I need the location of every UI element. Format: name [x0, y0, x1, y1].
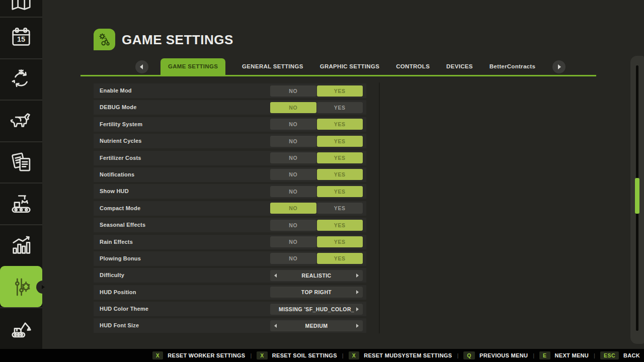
key-badge: Q	[463, 351, 475, 359]
setting-label: DEBUG Mode	[100, 100, 137, 115]
selector-next-button[interactable]	[356, 324, 359, 328]
yes-no-toggle: NOYES	[270, 220, 363, 231]
toggle-no-button[interactable]: NO	[270, 220, 316, 231]
action-label: BACK	[623, 352, 640, 358]
gear-tractor-icon	[96, 31, 113, 48]
sidebar-item-settings[interactable]	[0, 266, 42, 308]
tab-bettercontracts[interactable]: BetterContracts	[490, 58, 535, 75]
toggle-no-button[interactable]: NO	[270, 253, 316, 264]
selector-prev-button[interactable]	[274, 324, 277, 328]
tab-controls[interactable]: CONTROLS	[396, 58, 430, 75]
sidebar-item-construction[interactable]	[0, 307, 42, 349]
mod-settings-app-icon	[94, 29, 115, 50]
toggle-no-button[interactable]: NO	[270, 236, 316, 247]
bottom-bar: XRESET WORKER SETTINGS|XRESET SOIL SETTI…	[0, 349, 644, 362]
tab-graphic-settings[interactable]: GRAPHIC SETTINGS	[320, 58, 380, 75]
selector-next-button[interactable]	[356, 307, 359, 311]
toggle-yes-button[interactable]: YES	[317, 253, 363, 264]
toggle-yes-button[interactable]: YES	[317, 85, 363, 97]
toggle-control: NOYES	[270, 136, 363, 147]
option-selector[interactable]: REALISTIC	[270, 270, 363, 281]
setting-label: HUD Color Theme	[100, 302, 148, 316]
toggle-control: NOYES	[270, 102, 363, 113]
selector-value: MEDIUM	[305, 323, 328, 329]
setting-label: Notifications	[100, 167, 134, 182]
action-reset-worker-settings[interactable]: XRESET WORKER SETTINGS	[152, 351, 246, 359]
toggle-yes-button[interactable]: YES	[317, 236, 363, 247]
settings-list: Enable ModNOYESDEBUG ModeNOYESFertility …	[94, 83, 366, 335]
action-label: RESET SOIL SETTINGS	[272, 352, 337, 358]
sidebar: 15	[0, 0, 42, 349]
toggle-no-button[interactable]: NO	[270, 152, 316, 163]
setting-label: Fertility System	[100, 117, 142, 132]
key-badge: ESC	[600, 351, 619, 359]
option-selector[interactable]: MISSING 'SF_HUD_COLOR_1' L...	[270, 304, 363, 315]
action-reset-mudsystem-settings[interactable]: XRESET MUDSYSTEM SETTINGS	[349, 351, 452, 359]
tabs-scroll-right-button[interactable]	[552, 60, 566, 73]
toggle-no-button[interactable]: NO	[270, 119, 316, 130]
toggle-no-button[interactable]: NO	[270, 186, 316, 197]
sidebar-item-calendar[interactable]: 15	[0, 17, 42, 58]
selector-next-button[interactable]	[356, 290, 359, 294]
toggle-control: NOYES	[270, 203, 363, 214]
sidebar-item-production[interactable]	[0, 183, 42, 224]
toggle-control: NOYES	[270, 253, 363, 264]
settings-row: HUD Font SizeMEDIUM	[94, 318, 366, 333]
toggle-no-button[interactable]: NO	[270, 136, 316, 147]
toggle-yes-button[interactable]: YES	[317, 136, 363, 147]
scrollbar-thumb[interactable]	[635, 178, 639, 214]
yes-no-toggle: NOYES	[270, 169, 363, 180]
sidebar-item-animals[interactable]	[0, 100, 42, 141]
separator: |	[342, 352, 344, 358]
toggle-no-button[interactable]: NO	[270, 169, 316, 180]
settings-row: Plowing BonusNOYES	[94, 251, 366, 266]
action-back[interactable]: ESCBACK	[600, 351, 640, 359]
action-next-menu[interactable]: ENEXT MENU	[539, 351, 589, 359]
tabs: GAME SETTINGSGENERAL SETTINGSGRAPHIC SET…	[160, 58, 535, 75]
scrollbar[interactable]	[630, 56, 644, 344]
sidebar-item-map[interactable]	[0, 0, 42, 17]
toggle-no-button[interactable]: NO	[270, 102, 316, 113]
option-selector[interactable]: MEDIUM	[270, 320, 363, 331]
toggle-yes-button[interactable]: YES	[317, 203, 363, 214]
tab-devices[interactable]: DEVICES	[446, 58, 473, 75]
toggle-yes-button[interactable]: YES	[317, 152, 363, 163]
toggle-yes-button[interactable]: YES	[317, 220, 363, 231]
tab-general-settings[interactable]: GENERAL SETTINGS	[242, 58, 303, 75]
selector-next-button[interactable]	[356, 274, 359, 278]
tabs-scroll-left-button[interactable]	[135, 60, 148, 73]
calendar-icon: 15	[10, 26, 33, 49]
key-badge: X	[349, 351, 360, 359]
settings-row: DEBUG ModeNOYES	[94, 100, 366, 115]
yes-no-toggle: NOYES	[270, 186, 363, 197]
tab-game-settings[interactable]: GAME SETTINGS	[160, 58, 225, 75]
toggle-yes-button[interactable]: YES	[317, 102, 363, 113]
toggle-no-button[interactable]: NO	[270, 203, 316, 214]
setting-label: Compact Mode	[100, 201, 140, 216]
toggle-control: NOYES	[270, 220, 363, 231]
option-selector[interactable]: TOP RIGHT	[270, 287, 363, 298]
action-label: PREVIOUS MENU	[479, 352, 528, 358]
sidebar-item-statistics[interactable]	[0, 224, 42, 266]
sidebar-item-contracts[interactable]	[0, 141, 42, 183]
selector-prev-button[interactable]	[274, 274, 277, 278]
sidebar-item-crop-rotation[interactable]	[0, 58, 42, 100]
setting-label: HUD Font Size	[100, 318, 139, 333]
key-badge: E	[539, 351, 550, 359]
toggle-no-button[interactable]: NO	[270, 85, 316, 97]
selector-value: REALISTIC	[301, 273, 331, 279]
action-previous-menu[interactable]: QPREVIOUS MENU	[463, 351, 528, 359]
right-arrow-icon	[558, 64, 561, 69]
select-control: REALISTIC	[270, 270, 363, 281]
calendar-day: 15	[17, 36, 25, 44]
toggle-yes-button[interactable]: YES	[317, 169, 363, 180]
separator: |	[533, 352, 534, 358]
action-reset-soil-settings[interactable]: XRESET SOIL SETTINGS	[257, 351, 337, 359]
selector-value: TOP RIGHT	[301, 289, 332, 295]
setting-label: Rain Effects	[100, 235, 133, 249]
crop-rotation-icon	[10, 68, 33, 91]
toggle-yes-button[interactable]: YES	[317, 186, 363, 197]
tab-bar: GAME SETTINGSGENERAL SETTINGSGRAPHIC SET…	[135, 58, 566, 75]
separator: |	[594, 352, 595, 358]
toggle-yes-button[interactable]: YES	[317, 119, 363, 130]
